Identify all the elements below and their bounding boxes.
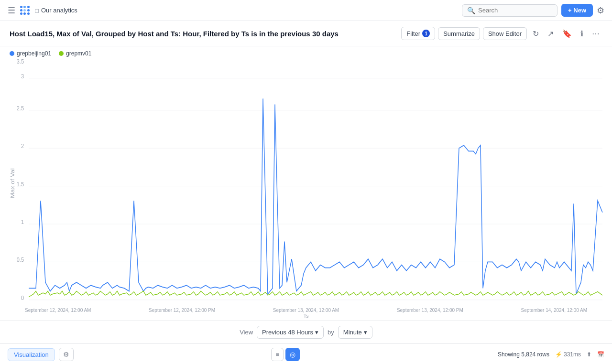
perf-time: ⚡ 331ms [555,351,581,358]
top-nav: ☰ ◻ Our analytics 🔍 + New ⚙ [0,0,612,21]
granularity-label: Minute [343,329,362,336]
visualization-tab[interactable]: Visualization [8,348,55,361]
filter-label: Filter [406,30,420,37]
settings-gear-button[interactable]: ⚙ [59,348,74,361]
chart-view-button[interactable]: ◎ [285,348,300,361]
legend-dot-1 [59,51,64,56]
svg-text:1.5: 1.5 [17,181,24,188]
nav-right: 🔍 + New ⚙ [462,4,604,17]
filter-button[interactable]: Filter 1 [401,27,435,40]
time-range-select[interactable]: Previous 48 Hours ▾ [257,326,324,339]
chevron-down-icon-2: ▾ [364,329,367,336]
upload-icon[interactable]: ⬆ [587,351,591,358]
chart-svg: 0 0.5 1 1.5 2 2.5 3 3.5 Max of Val [10,61,602,306]
new-button[interactable]: + New [561,4,593,17]
legend-label-0: grepbeijing01 [17,50,51,57]
footer: Visualization ⚙ ≡ ◎ Showing 5,824 rows ⚡… [0,343,612,364]
chevron-down-icon: ▾ [315,329,318,336]
granularity-select[interactable]: Minute ▾ [338,326,372,339]
x-axis-labels: September 12, 2024, 12:00 AM September 1… [0,306,612,313]
svg-text:1: 1 [21,218,24,225]
nav-left: ☰ ◻ Our analytics [8,5,462,16]
breadcrumb-icon: ◻ [34,7,39,14]
share-button[interactable]: ↗ [545,27,557,40]
hamburger-icon[interactable]: ☰ [8,5,15,16]
x-tick-0: September 12, 2024, 12:00 AM [25,308,91,313]
view-label: View [240,329,253,336]
legend-item-0: grepbeijing01 [10,50,51,57]
summarize-button[interactable]: Summarize [438,27,480,40]
search-input[interactable] [478,7,552,14]
app-logo [20,6,30,15]
svg-text:2.5: 2.5 [17,105,24,112]
chart-title: Host Load15, Max of Val, Grouped by Host… [10,30,395,38]
chart-controls: View Previous 48 Hours ▾ by Minute ▾ [0,321,612,343]
x-tick-3: September 13, 2024, 12:00 PM [397,308,463,313]
footer-right: Showing 5,824 rows ⚡ 331ms ⬆ 📅 [498,351,604,358]
search-icon: 🔍 [467,7,475,14]
more-button[interactable]: ⋯ [589,27,602,40]
svg-text:Max of Val: Max of Val [10,168,16,198]
time-range-label: Previous 48 Hours [262,329,313,336]
legend-dot-0 [10,51,14,56]
x-tick-1: September 12, 2024, 12:00 PM [149,308,215,313]
logo-dots [20,6,30,15]
breadcrumb-label[interactable]: Our analytics [41,7,77,14]
by-label: by [328,329,334,336]
svg-text:2: 2 [21,142,24,150]
breadcrumb: ◻ Our analytics [34,7,77,14]
x-tick-2: September 13, 2024, 12:00 AM [273,308,339,313]
svg-text:3: 3 [21,73,24,80]
chart-legend: grepbeijing01 grepmv01 [0,46,612,61]
filter-count: 1 [422,30,430,37]
svg-text:0.5: 0.5 [17,256,24,263]
lightning-icon: ⚡ [555,351,562,358]
toolbar: Filter 1 Summarize Show Editor ↻ ↗ 🔖 ℹ ⋯ [401,27,602,40]
x-tick-4: September 14, 2024, 12:00 AM [521,308,587,313]
refresh-button[interactable]: ↻ [530,27,542,40]
info-button[interactable]: ℹ [578,27,586,40]
show-editor-button[interactable]: Show Editor [483,27,527,40]
footer-left: Visualization ⚙ [8,348,74,361]
chart-header: Host Load15, Max of Val, Grouped by Host… [0,21,612,46]
svg-text:3.5: 3.5 [17,58,24,65]
legend-item-1: grepmv01 [59,50,91,57]
settings-icon[interactable]: ⚙ [597,5,604,16]
legend-label-1: grepmv01 [66,50,91,57]
blue-line [29,98,602,294]
perf-value: 331ms [564,351,581,358]
table-view-button[interactable]: ≡ [271,348,284,361]
footer-center: ≡ ◎ [271,348,300,361]
calendar-icon[interactable]: 📅 [597,351,604,358]
green-line [29,291,602,297]
chart-area: 0 0.5 1 1.5 2 2.5 3 3.5 Max of Val [0,61,612,306]
x-axis-title: Ts [0,313,612,321]
search-bar[interactable]: 🔍 [462,4,557,17]
bookmark-button[interactable]: 🔖 [559,27,575,40]
svg-text:0: 0 [21,294,24,301]
rows-count: Showing 5,824 rows [498,351,549,358]
